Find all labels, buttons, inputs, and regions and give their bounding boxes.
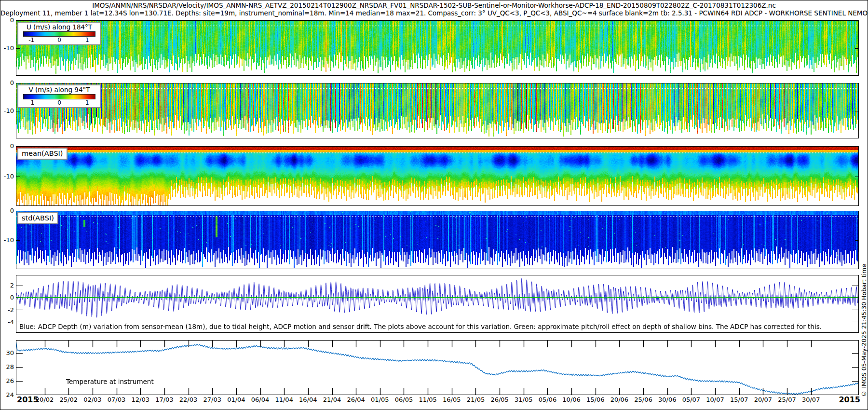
x-tick-label: 21/04	[323, 396, 341, 403]
x-axis-year-start: 2015	[17, 395, 39, 404]
v-legend-title: V (m/s) along 94°T	[18, 85, 100, 94]
temperature-panel-label: Temperature at instrument	[66, 378, 154, 385]
x-tick-label: 02/03	[83, 396, 101, 403]
x-tick-label: 17/03	[155, 396, 173, 403]
figure-title-filename: IMOS/ANMN/NRS/NRSDAR/Velocity/IMOS_ANMN-…	[0, 1, 868, 9]
x-tick-label: 06/05	[395, 396, 413, 403]
x-tick-label: 25/02	[60, 396, 78, 403]
v-colorbar-gradient	[23, 94, 95, 99]
x-tick-label: 11/04	[275, 396, 293, 403]
x-tick-label: 21/05	[467, 396, 485, 403]
x-tick-label: 31/05	[515, 396, 532, 403]
u-colorbar-tick-labels: -101	[18, 37, 100, 44]
y-tick-label-temperature: 28	[0, 363, 14, 370]
x-tick-label: 05/07	[682, 396, 700, 403]
x-tick-label: 20/07	[754, 396, 772, 403]
x-tick-label: 30/07	[802, 396, 820, 403]
x-axis-year-end: 2015	[839, 395, 860, 404]
x-tick-label: 25/07	[778, 396, 796, 403]
x-tick-label: 11/05	[419, 396, 436, 403]
y-tick-label-std_absi: 0	[0, 207, 14, 214]
u-velocity-heatmap-canvas	[16, 20, 859, 76]
y-tick-label-v: -10	[0, 107, 14, 114]
colorbar-tick-label: -1	[28, 99, 34, 106]
x-tick-label: 12/03	[131, 396, 149, 403]
colorbar-tick-label: 1	[85, 37, 89, 43]
imos-copyright-watermark: © IMOS 05-May-2025 21:45:30 Hobart time	[860, 264, 868, 397]
y-tick-label-depth: 0	[0, 294, 14, 301]
x-tick-label: 01/05	[371, 396, 389, 403]
x-tick-label: 10/06	[562, 396, 580, 403]
x-tick-label: 26/04	[347, 396, 365, 403]
y-tick-label-u: 0	[0, 16, 14, 24]
mean-absi-heatmap-canvas	[16, 146, 859, 206]
colorbar-tick-label: -1	[28, 37, 34, 43]
temperature-line-canvas	[16, 340, 859, 395]
mean-absi-label: mean(ABSI)	[17, 148, 68, 160]
x-tick-label: 16/05	[443, 396, 461, 403]
y-tick-label-depth: 2	[0, 282, 14, 289]
x-tick-label: 20/02	[36, 396, 54, 403]
y-tick-label-temperature: 30	[0, 349, 14, 356]
x-tick-label: 15/07	[730, 396, 748, 403]
u-legend-title: U (m/s) along 184°T	[18, 23, 100, 31]
x-tick-label: 30/06	[658, 396, 676, 403]
colorbar-tick-label: 1	[85, 99, 89, 106]
depth-panel-annotation: Blue: ADCP Depth (m) variation from sens…	[19, 323, 822, 330]
figure-title-deployment-info: Deployment 11, member 1 lat=12.34S lon=1…	[0, 9, 868, 17]
y-tick-label-depth: -4	[0, 318, 14, 326]
std-absi-label: std(ABSI)	[17, 212, 58, 224]
v-velocity-heatmap-canvas	[16, 83, 859, 138]
x-tick-label: 27/03	[203, 396, 221, 403]
x-tick-label: 22/03	[179, 396, 197, 403]
y-tick-label-u: -10	[0, 44, 14, 52]
u-colorbar-legend: U (m/s) along 184°T -101	[17, 22, 101, 45]
y-tick-label-v: 0	[0, 79, 14, 86]
v-colorbar-legend: V (m/s) along 94°T -101	[17, 84, 101, 108]
x-tick-label: 06/04	[251, 396, 269, 403]
x-tick-label: 01/04	[227, 396, 245, 403]
x-tick-label: 10/07	[706, 396, 724, 403]
y-tick-label-temperature: 24	[0, 391, 14, 398]
x-tick-label: 20/06	[610, 396, 628, 403]
x-tick-label: 26/05	[490, 396, 508, 403]
y-tick-label-mean_absi: 0	[0, 142, 14, 150]
x-tick-label: 07/03	[108, 396, 125, 403]
x-tick-label: 25/06	[634, 396, 652, 403]
y-tick-label-temperature: 26	[0, 377, 14, 384]
colorbar-tick-label: 0	[57, 99, 61, 106]
y-tick-label-std_absi: -10	[0, 236, 14, 244]
x-tick-label: 16/04	[299, 396, 317, 403]
v-colorbar-tick-labels: -101	[18, 99, 100, 107]
y-tick-label-mean_absi: -10	[0, 173, 14, 180]
colorbar-tick-label: 0	[57, 37, 61, 43]
u-colorbar-gradient	[23, 31, 95, 37]
x-tick-label: 05/06	[539, 396, 556, 403]
std-absi-heatmap-canvas	[16, 211, 859, 269]
x-tick-label: 15/06	[586, 396, 604, 403]
y-tick-label-depth: -2	[0, 306, 14, 314]
